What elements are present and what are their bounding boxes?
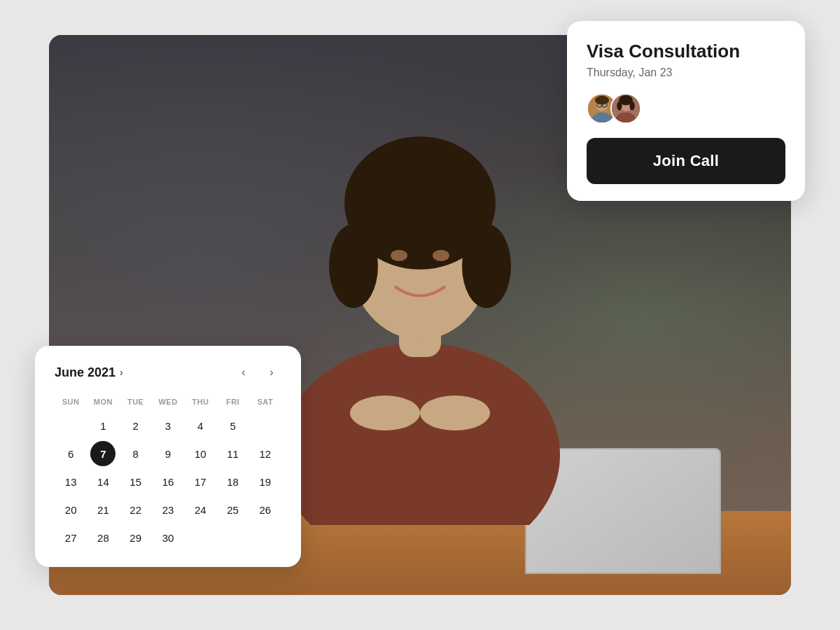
calendar-day-17[interactable]: 17: [188, 469, 213, 494]
calendar-day-10[interactable]: 10: [188, 441, 213, 466]
svg-point-6: [391, 250, 407, 261]
calendar-day-18[interactable]: 18: [220, 469, 246, 494]
consultation-avatars: [587, 93, 785, 124]
calendar-month-label: June 2021: [55, 365, 115, 380]
calendar-days: 1 2 3 4 5 6 7 8 9 10 11 12 13 14 15 16 1…: [55, 413, 281, 550]
calendar-day-24[interactable]: 24: [188, 497, 213, 522]
dow-sun: SUN: [55, 395, 87, 409]
calendar-day-20[interactable]: 20: [58, 497, 83, 522]
svg-point-20: [617, 102, 622, 111]
calendar-day-16[interactable]: 16: [155, 469, 181, 494]
calendar-day-23[interactable]: 23: [155, 497, 181, 522]
calendar-day-8[interactable]: 8: [123, 441, 148, 466]
calendar-day-19[interactable]: 19: [253, 469, 278, 494]
calendar-day-6[interactable]: 6: [58, 441, 83, 466]
calendar-day-26[interactable]: 26: [253, 497, 278, 522]
calendar-day-11[interactable]: 11: [220, 441, 246, 466]
dow-fri: FRI: [216, 395, 248, 409]
scene: June 2021 › ‹ › SUN MON TUE WED THU FRI …: [35, 21, 805, 609]
dow-mon: MON: [87, 395, 119, 409]
consultation-date: Thursday, Jan 23: [587, 66, 785, 79]
calendar-widget: June 2021 › ‹ › SUN MON TUE WED THU FRI …: [35, 346, 301, 567]
calendar-day-4[interactable]: 4: [188, 413, 213, 438]
svg-point-21: [629, 102, 634, 111]
calendar-day-30[interactable]: 30: [155, 525, 181, 550]
calendar-header: June 2021 › ‹ ›: [55, 363, 281, 382]
calendar-day-1[interactable]: 1: [90, 413, 115, 438]
calendar-day-3[interactable]: 3: [155, 413, 181, 438]
calendar-day-empty-5: [253, 525, 278, 550]
calendar-day-29[interactable]: 29: [123, 525, 148, 550]
calendar-day-15[interactable]: 15: [123, 469, 148, 494]
svg-point-4: [329, 224, 378, 308]
calendar-days-of-week: SUN MON TUE WED THU FRI SAT: [55, 395, 281, 409]
calendar-day-22[interactable]: 22: [123, 497, 148, 522]
calendar-grid: SUN MON TUE WED THU FRI SAT 1 2 3 4 5 6 …: [55, 395, 281, 550]
avatar-2-icon: [612, 94, 640, 122]
calendar-day-14[interactable]: 14: [90, 469, 115, 494]
calendar-day-empty-2: [253, 413, 278, 438]
calendar-day-9[interactable]: 9: [155, 441, 181, 466]
consultation-title: Visa Consultation: [587, 41, 785, 62]
svg-point-8: [350, 396, 420, 430]
svg-point-0: [280, 343, 560, 525]
calendar-navigation: ‹ ›: [234, 363, 281, 382]
calendar-day-25[interactable]: 25: [220, 497, 246, 522]
consultation-card: Visa Consultation Thursday, Jan 23: [567, 21, 805, 201]
svg-point-7: [433, 250, 449, 261]
calendar-next-button[interactable]: ›: [262, 363, 281, 382]
join-call-button[interactable]: Join Call: [587, 138, 785, 184]
dow-thu: THU: [184, 395, 216, 409]
calendar-day-27[interactable]: 27: [58, 525, 83, 550]
calendar-day-5[interactable]: 5: [220, 413, 246, 438]
avatar-person-2: [610, 93, 641, 124]
calendar-day-2[interactable]: 2: [123, 413, 148, 438]
dow-sat: SAT: [249, 395, 281, 409]
dow-wed: WED: [152, 395, 184, 409]
calendar-day-13[interactable]: 13: [58, 469, 83, 494]
calendar-month-year: June 2021 ›: [55, 365, 123, 380]
calendar-day-7-today[interactable]: 7: [90, 441, 115, 466]
svg-point-5: [462, 224, 511, 308]
calendar-day-empty: [58, 413, 83, 438]
calendar-month-expand-arrow[interactable]: ›: [120, 367, 123, 378]
calendar-day-empty-4: [220, 525, 246, 550]
calendar-prev-button[interactable]: ‹: [234, 363, 253, 382]
calendar-day-28[interactable]: 28: [90, 525, 115, 550]
calendar-day-21[interactable]: 21: [90, 497, 115, 522]
svg-point-9: [420, 396, 490, 430]
calendar-day-12[interactable]: 12: [253, 441, 278, 466]
calendar-day-empty-3: [188, 525, 213, 550]
dow-tue: TUE: [120, 395, 152, 409]
